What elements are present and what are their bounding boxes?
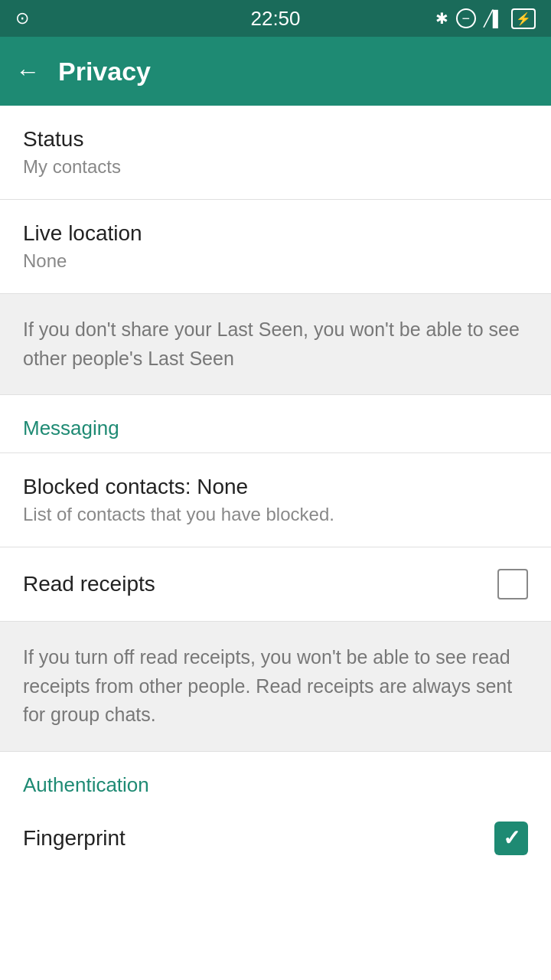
fingerprint-row[interactable]: Fingerprint [0,800,551,877]
content: Status My contacts Live location None If… [0,106,551,877]
blocked-contacts-subtitle: List of contacts that you have blocked. [23,504,528,525]
messaging-label: Messaging [23,416,119,439]
bluetooth-icon: ✱ [435,9,448,28]
live-location-subtitle: None [23,250,528,272]
fingerprint-checkbox[interactable] [494,822,528,855]
live-location-row[interactable]: Live location None [0,200,551,294]
read-receipts-info-box: If you turn off read receipts, you won't… [0,622,551,752]
target-icon: ⊙ [15,8,29,28]
status-time: 22:50 [250,7,300,31]
signal-icon: ╱▌ [484,9,504,28]
live-location-title: Live location [23,221,528,246]
status-setting-row[interactable]: Status My contacts [0,106,551,200]
blocked-contacts-row[interactable]: Blocked contacts: None List of contacts … [0,453,551,547]
status-subtitle: My contacts [23,156,528,178]
authentication-section-header: Authentication [0,752,551,800]
minus-circle-icon: − [456,8,476,28]
back-button[interactable]: ← [15,57,40,86]
battery-icon: ⚡ [511,8,536,29]
watermark: @WABetaInfo [184,902,366,934]
header: ← Privacy [0,37,551,106]
fingerprint-title: Fingerprint [23,826,126,851]
page-title: Privacy [58,57,151,87]
last-seen-info-box: If you don't share your Last Seen, you w… [0,294,551,395]
messaging-section-header: Messaging [0,395,551,453]
status-right-icons: ✱ − ╱▌ ⚡ [435,8,536,29]
blocked-contacts-title: Blocked contacts: None [23,475,528,499]
status-left-icons: ⊙ [15,8,29,28]
read-receipts-row[interactable]: Read receipts [0,547,551,622]
status-title: Status [23,127,528,152]
last-seen-info-text: If you don't share your Last Seen, you w… [23,318,520,369]
read-receipts-checkbox[interactable] [497,569,528,599]
authentication-label: Authentication [23,773,149,796]
read-receipts-info-text: If you turn off read receipts, you won't… [23,646,512,725]
read-receipts-title: Read receipts [23,572,155,596]
status-bar: ⊙ 22:50 ✱ − ╱▌ ⚡ [0,0,551,37]
